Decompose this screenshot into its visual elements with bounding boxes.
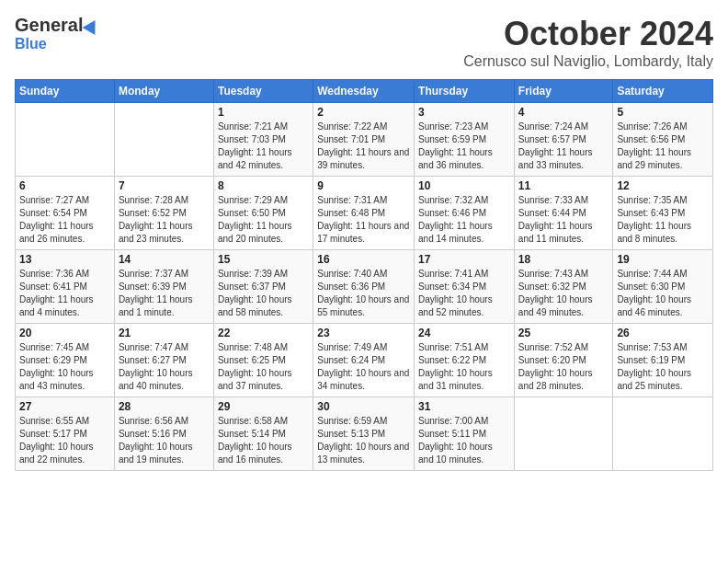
day-info: Sunrise: 7:44 AM Sunset: 6:30 PM Dayligh… [617, 268, 709, 319]
day-number: 2 [317, 106, 410, 119]
day-number: 6 [19, 179, 110, 192]
day-info: Sunrise: 7:40 AM Sunset: 6:36 PM Dayligh… [317, 268, 410, 319]
day-number: 14 [119, 253, 210, 266]
day-number: 24 [418, 327, 510, 339]
calendar-header-wednesday: Wednesday [313, 80, 415, 103]
day-number: 15 [218, 253, 309, 266]
day-info: Sunrise: 7:00 AM Sunset: 5:11 PM Dayligh… [418, 415, 510, 466]
logo-general-text: General [15, 15, 83, 36]
calendar-cell: 6Sunrise: 7:27 AM Sunset: 6:54 PM Daylig… [16, 177, 115, 250]
calendar-cell: 27Sunrise: 6:55 AM Sunset: 5:17 PM Dayli… [16, 397, 115, 471]
day-info: Sunrise: 7:45 AM Sunset: 6:29 PM Dayligh… [19, 341, 110, 393]
calendar-header-thursday: Thursday [415, 80, 515, 103]
day-info: Sunrise: 7:39 AM Sunset: 6:37 PM Dayligh… [218, 268, 309, 319]
day-number: 12 [617, 179, 709, 192]
calendar-cell [613, 397, 713, 471]
day-info: Sunrise: 6:55 AM Sunset: 5:17 PM Dayligh… [19, 415, 110, 466]
title-section: October 2024 Cernusco sul Naviglio, Lomb… [463, 15, 713, 70]
day-number: 21 [119, 327, 210, 339]
day-info: Sunrise: 7:29 AM Sunset: 6:50 PM Dayligh… [218, 194, 309, 246]
calendar-cell: 21Sunrise: 7:47 AM Sunset: 6:27 PM Dayli… [114, 324, 213, 397]
calendar-cell: 24Sunrise: 7:51 AM Sunset: 6:22 PM Dayli… [415, 324, 515, 397]
month-title: October 2024 [463, 15, 713, 53]
day-info: Sunrise: 7:24 AM Sunset: 6:57 PM Dayligh… [518, 121, 609, 172]
day-info: Sunrise: 7:36 AM Sunset: 6:41 PM Dayligh… [19, 268, 110, 319]
day-number: 19 [617, 253, 709, 266]
calendar-cell: 25Sunrise: 7:52 AM Sunset: 6:20 PM Dayli… [514, 324, 613, 397]
calendar-cell: 10Sunrise: 7:32 AM Sunset: 6:46 PM Dayli… [415, 177, 515, 250]
location-title: Cernusco sul Naviglio, Lombardy, Italy [463, 53, 713, 70]
day-info: Sunrise: 7:31 AM Sunset: 6:48 PM Dayligh… [317, 194, 410, 246]
day-info: Sunrise: 7:33 AM Sunset: 6:44 PM Dayligh… [518, 194, 609, 246]
calendar-week-0: 1Sunrise: 7:21 AM Sunset: 7:03 PM Daylig… [16, 103, 713, 177]
day-info: Sunrise: 7:47 AM Sunset: 6:27 PM Dayligh… [119, 341, 210, 393]
day-info: Sunrise: 6:59 AM Sunset: 5:13 PM Dayligh… [317, 415, 410, 466]
day-number: 7 [119, 179, 210, 192]
calendar-cell: 16Sunrise: 7:40 AM Sunset: 6:36 PM Dayli… [313, 250, 415, 324]
day-number: 30 [317, 400, 410, 413]
calendar-cell: 30Sunrise: 6:59 AM Sunset: 5:13 PM Dayli… [313, 397, 415, 471]
calendar-week-3: 20Sunrise: 7:45 AM Sunset: 6:29 PM Dayli… [16, 324, 713, 397]
day-number: 1 [218, 106, 309, 119]
day-number: 26 [617, 327, 709, 339]
day-number: 27 [19, 400, 110, 413]
calendar-cell: 7Sunrise: 7:28 AM Sunset: 6:52 PM Daylig… [114, 177, 213, 250]
calendar-cell: 12Sunrise: 7:35 AM Sunset: 6:43 PM Dayli… [613, 177, 713, 250]
day-number: 22 [218, 327, 309, 339]
day-number: 18 [518, 253, 609, 266]
calendar-cell [16, 103, 115, 177]
day-number: 29 [218, 400, 309, 413]
calendar-week-1: 6Sunrise: 7:27 AM Sunset: 6:54 PM Daylig… [16, 177, 713, 250]
day-info: Sunrise: 6:58 AM Sunset: 5:14 PM Dayligh… [218, 415, 309, 466]
day-number: 31 [418, 400, 510, 413]
calendar-cell: 4Sunrise: 7:24 AM Sunset: 6:57 PM Daylig… [514, 103, 613, 177]
logo: General Blue [15, 15, 99, 52]
calendar-cell: 22Sunrise: 7:48 AM Sunset: 6:25 PM Dayli… [213, 324, 313, 397]
calendar-header-friday: Friday [514, 80, 613, 103]
day-info: Sunrise: 7:26 AM Sunset: 6:56 PM Dayligh… [617, 121, 709, 172]
calendar-cell: 14Sunrise: 7:37 AM Sunset: 6:39 PM Dayli… [114, 250, 213, 324]
day-number: 23 [317, 327, 410, 339]
calendar-table: SundayMondayTuesdayWednesdayThursdayFrid… [15, 79, 713, 471]
day-info: Sunrise: 6:56 AM Sunset: 5:16 PM Dayligh… [119, 415, 210, 466]
header: General Blue October 2024 Cernusco sul N… [15, 15, 713, 70]
calendar-cell: 23Sunrise: 7:49 AM Sunset: 6:24 PM Dayli… [313, 324, 415, 397]
day-info: Sunrise: 7:53 AM Sunset: 6:19 PM Dayligh… [617, 341, 709, 393]
page-container: General Blue October 2024 Cernusco sul N… [0, 0, 728, 478]
calendar-header-sunday: Sunday [16, 80, 115, 103]
logo-triangle-icon [83, 16, 102, 34]
calendar-cell: 19Sunrise: 7:44 AM Sunset: 6:30 PM Dayli… [613, 250, 713, 324]
calendar-cell: 17Sunrise: 7:41 AM Sunset: 6:34 PM Dayli… [415, 250, 515, 324]
calendar-header-monday: Monday [114, 80, 213, 103]
day-number: 20 [19, 327, 110, 339]
calendar-cell: 18Sunrise: 7:43 AM Sunset: 6:32 PM Dayli… [514, 250, 613, 324]
day-info: Sunrise: 7:51 AM Sunset: 6:22 PM Dayligh… [418, 341, 510, 393]
day-number: 10 [418, 179, 510, 192]
calendar-cell: 20Sunrise: 7:45 AM Sunset: 6:29 PM Dayli… [16, 324, 115, 397]
calendar-cell: 13Sunrise: 7:36 AM Sunset: 6:41 PM Dayli… [16, 250, 115, 324]
calendar-cell: 15Sunrise: 7:39 AM Sunset: 6:37 PM Dayli… [213, 250, 313, 324]
day-info: Sunrise: 7:27 AM Sunset: 6:54 PM Dayligh… [19, 194, 110, 246]
calendar-week-2: 13Sunrise: 7:36 AM Sunset: 6:41 PM Dayli… [16, 250, 713, 324]
calendar-cell: 1Sunrise: 7:21 AM Sunset: 7:03 PM Daylig… [213, 103, 313, 177]
day-number: 28 [119, 400, 210, 413]
day-number: 16 [317, 253, 410, 266]
calendar-cell: 28Sunrise: 6:56 AM Sunset: 5:16 PM Dayli… [114, 397, 213, 471]
calendar-cell: 31Sunrise: 7:00 AM Sunset: 5:11 PM Dayli… [415, 397, 515, 471]
day-info: Sunrise: 7:28 AM Sunset: 6:52 PM Dayligh… [119, 194, 210, 246]
calendar-header-row: SundayMondayTuesdayWednesdayThursdayFrid… [16, 80, 713, 103]
day-number: 17 [418, 253, 510, 266]
day-info: Sunrise: 7:43 AM Sunset: 6:32 PM Dayligh… [518, 268, 609, 319]
calendar-cell: 5Sunrise: 7:26 AM Sunset: 6:56 PM Daylig… [613, 103, 713, 177]
day-number: 25 [518, 327, 609, 339]
day-info: Sunrise: 7:37 AM Sunset: 6:39 PM Dayligh… [119, 268, 210, 319]
logo-blue-text: Blue [15, 36, 47, 52]
day-info: Sunrise: 7:52 AM Sunset: 6:20 PM Dayligh… [518, 341, 609, 393]
day-number: 4 [518, 106, 609, 119]
calendar-cell: 26Sunrise: 7:53 AM Sunset: 6:19 PM Dayli… [613, 324, 713, 397]
day-info: Sunrise: 7:41 AM Sunset: 6:34 PM Dayligh… [418, 268, 510, 319]
day-info: Sunrise: 7:21 AM Sunset: 7:03 PM Dayligh… [218, 121, 309, 172]
calendar-cell: 9Sunrise: 7:31 AM Sunset: 6:48 PM Daylig… [313, 177, 415, 250]
day-info: Sunrise: 7:32 AM Sunset: 6:46 PM Dayligh… [418, 194, 510, 246]
day-info: Sunrise: 7:49 AM Sunset: 6:24 PM Dayligh… [317, 341, 410, 393]
